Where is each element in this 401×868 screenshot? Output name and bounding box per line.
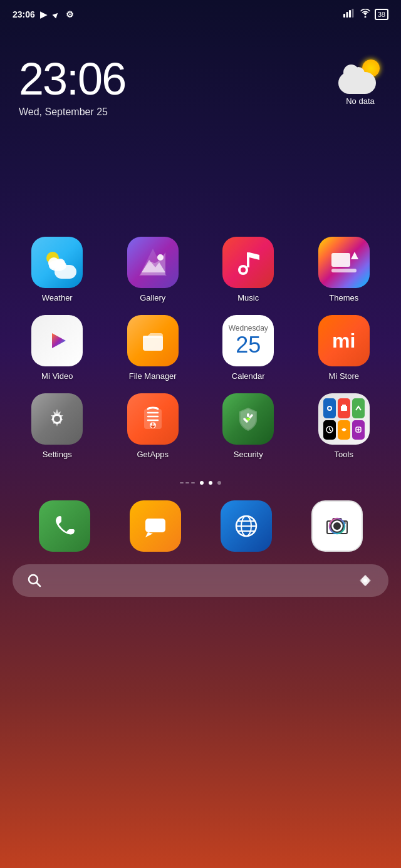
mistore-app-icon: mi (318, 315, 370, 366)
svg-rect-0 (343, 14, 345, 18)
music-app-label: Music (237, 293, 259, 302)
settings-app-icon (31, 393, 83, 445)
page-indicator-1[interactable] (200, 481, 204, 485)
svg-rect-27 (342, 405, 346, 406)
battery-icon: 38 (375, 9, 388, 20)
svg-rect-2 (349, 10, 351, 18)
dock-app-phone[interactable] (39, 500, 90, 552)
location-icon: ▲ (49, 8, 63, 21)
search-bar[interactable] (13, 564, 388, 597)
dock-app-camera[interactable] (311, 500, 363, 552)
play-icon: ▶ (40, 9, 47, 19)
svg-point-8 (55, 259, 65, 269)
themes-app-icon (318, 237, 370, 288)
svg-rect-1 (346, 12, 348, 18)
mivideo-app-label: Mi Video (41, 371, 73, 381)
clock-date: Wed, September 25 (19, 106, 125, 118)
tools-grid (318, 393, 370, 445)
page-indicator-2[interactable] (209, 481, 212, 485)
dock-app-browser[interactable] (221, 500, 272, 552)
svg-marker-17 (52, 333, 66, 348)
app-item-calendar[interactable]: Wednesday 25 Calendar (204, 315, 293, 381)
wifi-icon (360, 9, 371, 19)
clock-time: 23:06 (19, 56, 125, 101)
svg-point-38 (333, 522, 341, 530)
assistant-icon (357, 572, 373, 589)
camera-app-icon (311, 500, 363, 552)
gallery-app-label: Gallery (140, 293, 165, 302)
dock-apps (0, 494, 401, 558)
cloud-shape (338, 72, 376, 94)
svg-rect-26 (341, 406, 347, 411)
clock-section: 23:06 Wed, September 25 No data (0, 38, 401, 124)
svg-point-4 (364, 16, 366, 18)
app-grid: Weather Gallery Music (0, 224, 401, 472)
app-item-tools[interactable]: Tools (299, 393, 389, 459)
weather-widget[interactable]: No data (338, 56, 382, 106)
svg-rect-3 (352, 9, 353, 18)
calendar-app-icon: Wednesday 25 (222, 315, 274, 366)
mistore-mi-logo: mi (332, 329, 355, 353)
app-item-security[interactable]: Security (204, 393, 293, 459)
messages-app-icon (130, 500, 181, 552)
svg-point-9 (157, 254, 164, 261)
mistore-app-label: Mi Store (329, 371, 359, 381)
calendar-day-name: Wednesday (229, 324, 268, 333)
app-item-getapps[interactable]: GetApps (108, 393, 198, 459)
indicator-line1 (180, 482, 184, 483)
app-item-settings[interactable]: Settings (13, 393, 102, 459)
svg-marker-31 (145, 532, 153, 537)
svg-point-43 (363, 579, 367, 582)
music-app-icon (222, 237, 274, 288)
themes-app-label: Themes (329, 293, 358, 302)
app-item-filemanager[interactable]: File Manager (108, 315, 198, 381)
app-item-mistore[interactable]: mi Mi Store (299, 315, 389, 381)
settings-icon: ⚙ (66, 9, 74, 19)
mivideo-app-icon (31, 315, 83, 366)
weather-no-data: No data (346, 96, 375, 106)
weather-app-label: Weather (42, 293, 73, 302)
security-app-label: Security (234, 450, 263, 459)
tools-app-icon (318, 393, 370, 445)
browser-app-icon (221, 500, 272, 552)
phone-app-icon (39, 500, 90, 552)
getapps-app-label: GetApps (137, 450, 169, 459)
filemanager-app-icon (127, 315, 179, 366)
tools-app-label: Tools (335, 450, 353, 459)
svg-point-20 (54, 416, 60, 422)
calendar-day-num: 25 (236, 333, 261, 358)
gallery-app-icon (127, 237, 179, 288)
indicator-line3 (191, 482, 195, 483)
svg-marker-15 (351, 252, 358, 259)
page-indicator-3[interactable] (217, 481, 221, 485)
status-right: 38 (343, 9, 388, 20)
settings-app-label: Settings (43, 450, 72, 459)
dock-app-messages[interactable] (130, 500, 181, 552)
search-icon (28, 574, 41, 587)
svg-point-25 (328, 407, 331, 410)
svg-line-42 (36, 582, 40, 586)
app-item-music[interactable]: Music (204, 237, 293, 302)
svg-rect-30 (145, 519, 165, 532)
svg-rect-14 (331, 253, 350, 267)
weather-app-icon (31, 237, 83, 288)
status-time: 23:06 (13, 9, 35, 19)
getapps-app-icon (127, 393, 179, 445)
calendar-app-label: Calendar (232, 371, 265, 381)
app-item-weather[interactable]: Weather (13, 237, 102, 302)
indicator-line2 (185, 482, 189, 483)
clock-widget: 23:06 Wed, September 25 (19, 56, 125, 118)
app-item-themes[interactable]: Themes (299, 237, 389, 302)
app-item-gallery[interactable]: Gallery (108, 237, 198, 302)
weather-icon-large (338, 59, 382, 94)
indicator-lines (180, 481, 195, 485)
security-app-icon (222, 393, 274, 445)
app-item-mivideo[interactable]: Mi Video (13, 315, 102, 381)
status-left: 23:06 ▶ ▲ ⚙ (13, 9, 74, 19)
svg-rect-13 (247, 252, 249, 267)
svg-rect-23 (247, 413, 249, 417)
svg-point-12 (241, 267, 246, 272)
filemanager-app-label: File Manager (129, 371, 177, 381)
status-bar: 23:06 ▶ ▲ ⚙ 38 (0, 0, 401, 25)
signal-icon (343, 9, 356, 19)
